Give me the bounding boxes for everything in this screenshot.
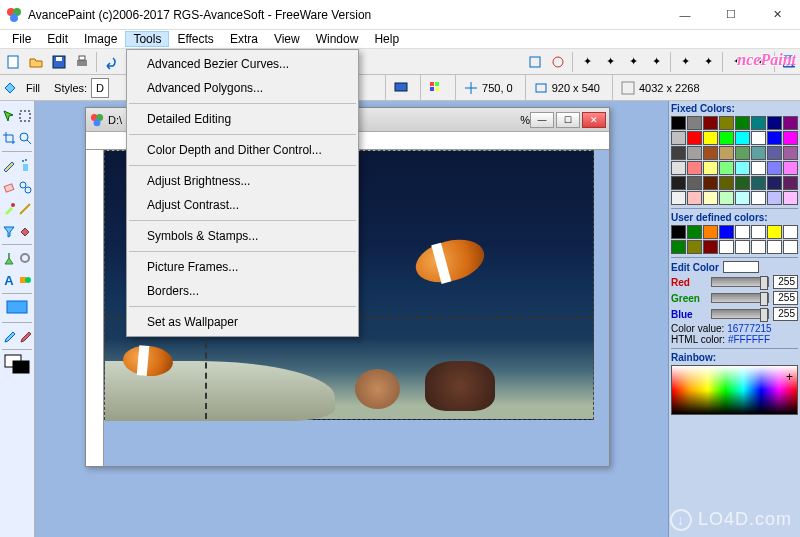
color-swatch[interactable] [719, 131, 734, 145]
color-swatch[interactable] [719, 191, 734, 205]
color-swatch[interactable] [719, 161, 734, 175]
menu-item[interactable]: Advanced Polygons... [127, 76, 358, 100]
tool-e-icon[interactable]: ✦ [622, 51, 644, 73]
red-value[interactable]: 255 [773, 275, 798, 289]
menu-item[interactable]: Color Depth and Dither Control... [127, 138, 358, 162]
color-swatch[interactable] [703, 116, 718, 130]
minimize-button[interactable]: — [662, 0, 708, 30]
color-swatch[interactable] [783, 176, 798, 190]
menu-item[interactable]: Detailed Editing [127, 107, 358, 131]
save-icon[interactable] [48, 51, 70, 73]
select-tool[interactable] [17, 105, 33, 127]
menu-help[interactable]: Help [366, 31, 407, 47]
color-swatch[interactable] [703, 191, 718, 205]
color-swatch[interactable] [719, 176, 734, 190]
color-swatch[interactable] [783, 146, 798, 160]
doc-maximize-button[interactable]: ☐ [556, 112, 580, 128]
color-swatch[interactable] [735, 146, 750, 160]
color-swatch[interactable] [687, 176, 702, 190]
fill-tool[interactable] [17, 220, 33, 242]
color-swatch[interactable] [671, 191, 686, 205]
green-value[interactable]: 255 [773, 291, 798, 305]
color-swatch[interactable] [783, 116, 798, 130]
pointer-tool[interactable] [1, 105, 17, 127]
menu-item[interactable]: Adjust Contrast... [127, 193, 358, 217]
menu-item[interactable]: Adjust Brightness... [127, 169, 358, 193]
user-color-swatch[interactable] [783, 240, 798, 254]
menu-item[interactable]: Picture Frames... [127, 255, 358, 279]
user-color-swatch[interactable] [767, 240, 782, 254]
tool-c-icon[interactable]: ✦ [576, 51, 598, 73]
color-swatch[interactable] [751, 116, 766, 130]
user-color-swatch[interactable] [735, 240, 750, 254]
menu-view[interactable]: View [266, 31, 308, 47]
menu-extra[interactable]: Extra [222, 31, 266, 47]
user-color-swatch[interactable] [703, 225, 718, 239]
color-swatch[interactable] [783, 161, 798, 175]
color-swatch[interactable] [671, 116, 686, 130]
menu-file[interactable]: File [4, 31, 39, 47]
user-color-swatch[interactable] [719, 240, 734, 254]
color-swatch[interactable] [735, 116, 750, 130]
menu-window[interactable]: Window [308, 31, 367, 47]
color-swatch[interactable] [703, 176, 718, 190]
sweep-tool[interactable] [1, 247, 17, 269]
tool-g-icon[interactable]: ✦ [674, 51, 696, 73]
screen-preview[interactable] [1, 296, 33, 320]
menu-item[interactable]: Set as Wallpaper [127, 310, 358, 334]
filter-tool[interactable] [1, 220, 17, 242]
text-tool[interactable]: A [1, 269, 17, 291]
clone-tool[interactable] [17, 176, 33, 198]
spray-tool[interactable] [17, 154, 33, 176]
color-swatch[interactable] [719, 146, 734, 160]
tool-h-icon[interactable]: ✦ [697, 51, 719, 73]
menu-image[interactable]: Image [76, 31, 125, 47]
color-swatch[interactable] [751, 146, 766, 160]
menu-item[interactable]: Advanced Bezier Curves... [127, 52, 358, 76]
crop-tool[interactable] [1, 127, 17, 149]
color-swatch[interactable] [671, 131, 686, 145]
edit-color-swatch[interactable] [723, 261, 759, 273]
close-button[interactable]: ✕ [754, 0, 800, 30]
tool-f-icon[interactable]: ✦ [645, 51, 667, 73]
color-swatch[interactable] [751, 131, 766, 145]
rainbow-picker[interactable]: + [671, 365, 798, 415]
shape-tool[interactable] [17, 269, 33, 291]
user-color-swatch[interactable] [751, 240, 766, 254]
color-swatch[interactable] [687, 161, 702, 175]
user-color-swatch[interactable] [671, 225, 686, 239]
color-swatch[interactable] [767, 146, 782, 160]
color-swatch[interactable] [783, 131, 798, 145]
doc-minimize-button[interactable]: — [530, 112, 554, 128]
user-color-swatch[interactable] [751, 225, 766, 239]
color-swatch[interactable] [703, 131, 718, 145]
color-swatch[interactable] [671, 161, 686, 175]
menu-item[interactable]: Symbols & Stamps... [127, 224, 358, 248]
color-swatch[interactable] [735, 191, 750, 205]
eyedropper-1-tool[interactable] [1, 325, 17, 347]
styles-dropdown[interactable]: D [91, 78, 109, 98]
color-swatch[interactable] [719, 116, 734, 130]
blue-value[interactable]: 255 [773, 307, 798, 321]
menu-item[interactable]: Borders... [127, 279, 358, 303]
menu-effects[interactable]: Effects [169, 31, 221, 47]
open-icon[interactable] [25, 51, 47, 73]
color-swatch[interactable] [671, 146, 686, 160]
color-swatch[interactable] [735, 176, 750, 190]
tool-d-icon[interactable]: ✦ [599, 51, 621, 73]
user-color-swatch[interactable] [735, 225, 750, 239]
menu-edit[interactable]: Edit [39, 31, 76, 47]
color-swatch[interactable] [687, 116, 702, 130]
user-color-swatch[interactable] [687, 225, 702, 239]
color-swatch[interactable] [767, 131, 782, 145]
tool-b-icon[interactable] [547, 51, 569, 73]
color-swatch[interactable] [735, 131, 750, 145]
color-swatch[interactable] [751, 176, 766, 190]
eraser-tool[interactable] [1, 176, 17, 198]
user-color-swatch[interactable] [687, 240, 702, 254]
color-swatch[interactable] [703, 161, 718, 175]
color-swatch[interactable] [703, 146, 718, 160]
color-swatch[interactable] [767, 176, 782, 190]
maximize-button[interactable]: ☐ [708, 0, 754, 30]
gear-tool[interactable] [17, 247, 33, 269]
